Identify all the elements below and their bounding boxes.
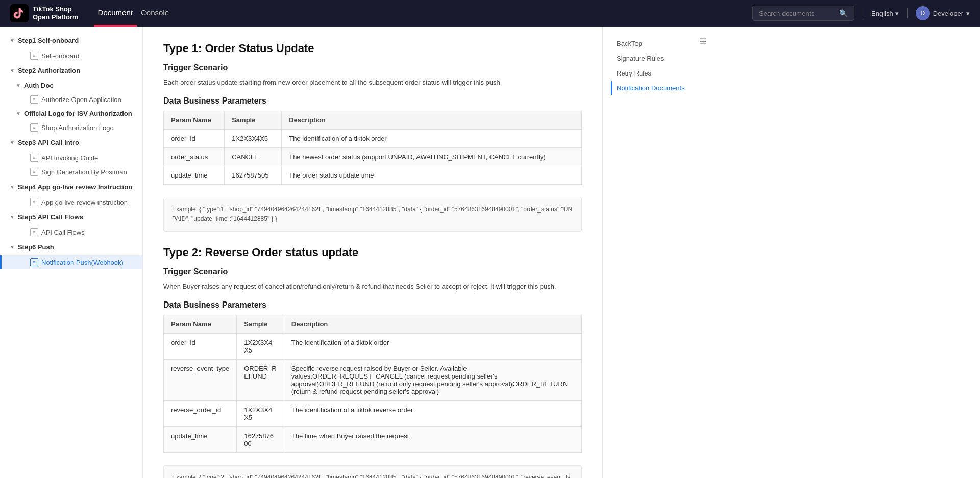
sidebar-item-step4[interactable]: ▼ Step4 App go-live review Instruction (0, 179, 142, 195)
sidebar-item-step2[interactable]: ▼ Step2 Authorization (0, 63, 142, 79)
param-name: reverse_event_type (164, 359, 237, 400)
toc-item[interactable]: BackTop (611, 37, 706, 51)
toc: ☰ BackTopSignature RulesRetry RulesNotif… (602, 27, 715, 478)
sidebar-item-step6[interactable]: ▼ Step6 Push (0, 239, 142, 255)
table-row: update_time1627587505The order status up… (164, 166, 582, 184)
main-content: Type 1: Order Status Update Trigger Scen… (143, 27, 602, 478)
main-nav: Document Console (94, 0, 173, 27)
sidebar-label-api-call-flows: API Call Flows (41, 229, 85, 236)
sidebar-label-authorize-open: Authorize Open Application (41, 96, 121, 104)
divider-2 (907, 8, 908, 18)
search-box[interactable]: 🔍 (752, 6, 854, 21)
header-right: 🔍 English ▾ D Developer ▾ (752, 6, 970, 21)
col-header-param-2: Param Name (164, 315, 237, 333)
search-input[interactable] (759, 10, 835, 17)
sidebar-item-step3[interactable]: ▼ Step3 API Call Intro (0, 135, 142, 150)
sidebar-label-step4: Step4 App go-live review Instruction (18, 183, 132, 191)
sidebar-item-auth-doc[interactable]: ▼ Auth Doc (0, 79, 142, 92)
type2-title: Type 2: Reverse Order status update (163, 246, 582, 259)
col-header-sample-2: Sample (237, 315, 284, 333)
description: The time when Buyer raised the request (284, 426, 581, 452)
logo[interactable]: TikTok Shop Open Platform (10, 4, 79, 22)
type1-data-params-label: Data Business Parameters (163, 96, 582, 106)
table-row: order_id1X2X3X4X5The identification of a… (164, 129, 582, 147)
description: The identification of a tiktok reverse o… (284, 400, 581, 426)
language-selector[interactable]: English ▾ (871, 10, 899, 17)
sidebar-item-api-call-flows[interactable]: ≡ API Call Flows (0, 225, 142, 239)
table-row: update_time16275876 00The time when Buye… (164, 426, 582, 452)
type2-table: Param Name Sample Description order_id1X… (163, 315, 582, 453)
col-header-desc-2: Description (284, 315, 581, 333)
nav-document[interactable]: Document (94, 0, 137, 27)
toc-menu-icon[interactable]: ☰ (699, 37, 706, 46)
sidebar-label-self-onboard: Self-onboard (41, 52, 79, 60)
layout: ▼ Step1 Self-onboard ≡ Self-onboard ▼ St… (0, 27, 980, 478)
nav-console[interactable]: Console (137, 0, 173, 27)
doc-icon-2: ≡ (30, 95, 38, 104)
description: The newest order status (support UNPAID,… (282, 147, 582, 166)
sidebar-label-step6: Step6 Push (18, 243, 54, 251)
sidebar-label-step5: Step5 API Call Flows (18, 213, 83, 221)
chevron-down-icon-user: ▾ (966, 10, 970, 17)
doc-icon-8: ≡ (30, 258, 38, 266)
table-row: reverse_order_id1X2X3X4 X5The identifica… (164, 400, 582, 426)
param-name: order_id (164, 129, 225, 147)
description: Specific reverse request raised by Buyer… (284, 359, 581, 400)
sidebar-label-official-logo: Official Logo for ISV Authorization (24, 110, 132, 117)
sample-value: ORDER_R EFUND (237, 359, 284, 400)
sidebar-item-self-onboard[interactable]: ≡ Self-onboard (0, 48, 142, 63)
sample-value: 1627587505 (225, 166, 282, 184)
toc-item[interactable]: Notification Documents (611, 81, 706, 95)
sidebar-item-app-golive[interactable]: ≡ App go-live review instruction (0, 195, 142, 209)
param-name: update_time (164, 426, 237, 452)
table-row: reverse_event_typeORDER_R EFUNDSpecific … (164, 359, 582, 400)
doc-icon-4: ≡ (30, 154, 38, 162)
sidebar-label-app-golive: App go-live review instruction (41, 198, 128, 206)
sample-value: CANCEL (225, 147, 282, 166)
type1-table: Param Name Sample Description order_id1X… (163, 111, 582, 185)
sidebar-item-authorize-open[interactable]: ≡ Authorize Open Application (0, 92, 142, 107)
sidebar-item-sign-gen[interactable]: ≡ Sign Generation By Postman (0, 165, 142, 179)
collapse-icon-5: ▼ (10, 140, 15, 145)
col-header-sample-1: Sample (225, 111, 282, 129)
doc-icon-5: ≡ (30, 168, 38, 176)
toc-item[interactable]: Retry Rules (611, 66, 706, 80)
sidebar-item-step5[interactable]: ▼ Step5 API Call Flows (0, 209, 142, 225)
user-menu[interactable]: D Developer ▾ (916, 6, 970, 20)
type2-data-params-label: Data Business Parameters (163, 300, 582, 310)
sidebar-item-api-invoking[interactable]: ≡ API Invoking Guide (0, 150, 142, 165)
collapse-icon-3: ▼ (16, 83, 21, 88)
col-header-param-1: Param Name (164, 111, 225, 129)
doc-icon-3: ≡ (30, 123, 38, 132)
sidebar-item-official-logo[interactable]: ▼ Official Logo for ISV Authorization (0, 107, 142, 120)
sidebar-item-notification-push[interactable]: ≡ Notification Push(Webhook) (0, 255, 142, 269)
sample-value: 16275876 00 (237, 426, 284, 452)
sidebar-label-step2: Step2 Authorization (18, 67, 80, 74)
col-header-desc-1: Description (282, 111, 582, 129)
sidebar-label-step1: Step1 Self-onboard (18, 37, 79, 44)
collapse-icon-8: ▼ (10, 244, 15, 250)
toc-item[interactable]: Signature Rules (611, 52, 706, 65)
collapse-icon-7: ▼ (10, 214, 15, 220)
sidebar-label-notification-push: Notification Push(Webhook) (41, 259, 124, 266)
sidebar-item-step1[interactable]: ▼ Step1 Self-onboard (0, 33, 142, 48)
param-name: update_time (164, 166, 225, 184)
sidebar-label-api-invoking: API Invoking Guide (41, 154, 98, 162)
sample-value: 1X2X3X4X5 (225, 129, 282, 147)
description: The order status update time (282, 166, 582, 184)
type1-example: Example: { "type":1, "shop_id":"74940496… (163, 197, 582, 232)
doc-icon-6: ≡ (30, 198, 38, 206)
sidebar-item-shop-auth-logo[interactable]: ≡ Shop Authorization Logo (0, 120, 142, 135)
param-name: order_status (164, 147, 225, 166)
type1-title: Type 1: Order Status Update (163, 42, 582, 55)
chevron-down-icon: ▾ (895, 10, 899, 17)
sidebar-label-sign-gen: Sign Generation By Postman (41, 168, 127, 176)
sample-value: 1X2X3X4 X5 (237, 400, 284, 426)
avatar: D (916, 6, 930, 20)
type2-example: Example: { "type":2, "shop_id":"74940496… (163, 465, 582, 478)
sidebar-label-shop-auth-logo: Shop Authorization Logo (41, 124, 114, 132)
logo-text: TikTok Shop Open Platform (33, 5, 79, 21)
type2-trigger-label: Trigger Scenario (163, 267, 582, 276)
param-name: order_id (164, 333, 237, 359)
doc-icon: ≡ (30, 52, 38, 60)
